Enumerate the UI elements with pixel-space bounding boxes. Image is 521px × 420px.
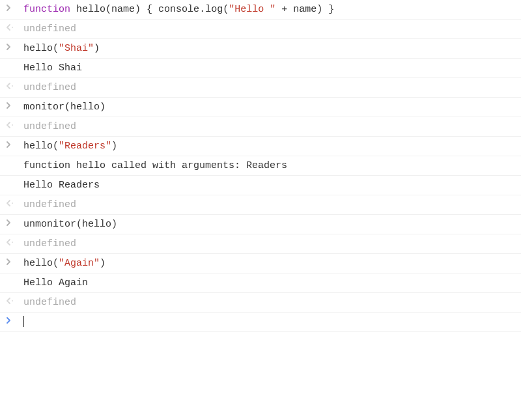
console-row: Hello Readers bbox=[0, 176, 521, 195]
console-row bbox=[0, 313, 521, 332]
console-row: Hello Again bbox=[0, 273, 521, 293]
log-marker bbox=[4, 160, 20, 160]
console-log-output: Hello Readers bbox=[20, 179, 516, 191]
console-row: hello("Shai") bbox=[0, 39, 521, 59]
console-return-value: undefined bbox=[20, 296, 516, 309]
svg-point-4 bbox=[12, 242, 13, 243]
input-chevron-icon bbox=[4, 42, 20, 51]
console-input-code[interactable]: hello("Again") bbox=[20, 257, 516, 270]
input-chevron-icon bbox=[4, 257, 20, 266]
console-input-code[interactable]: unmonitor(hello) bbox=[20, 218, 516, 231]
console-row: undefined bbox=[0, 293, 521, 313]
console-return-value: undefined bbox=[20, 238, 516, 250]
svg-point-2 bbox=[12, 124, 13, 126]
console-return-value: undefined bbox=[20, 81, 516, 94]
console-log-output: Hello Again bbox=[20, 277, 516, 289]
input-chevron-icon bbox=[4, 218, 20, 227]
return-chevron-icon bbox=[4, 296, 20, 305]
console-return-value: undefined bbox=[20, 23, 516, 35]
log-marker bbox=[4, 179, 20, 180]
console-row: Hello Shai bbox=[0, 59, 521, 78]
svg-point-0 bbox=[12, 27, 13, 28]
input-chevron-icon bbox=[4, 140, 20, 148]
return-chevron-icon bbox=[4, 81, 20, 90]
return-chevron-icon bbox=[4, 199, 20, 207]
return-chevron-icon bbox=[4, 120, 20, 129]
console-row: undefined bbox=[0, 78, 521, 98]
svg-point-5 bbox=[12, 300, 13, 301]
console-input-code[interactable]: monitor(hello) bbox=[20, 101, 516, 113]
console-prompt-input[interactable] bbox=[20, 316, 516, 328]
console-row: undefined bbox=[0, 20, 521, 39]
console-row: hello("Readers") bbox=[0, 137, 521, 156]
return-chevron-icon bbox=[4, 23, 20, 31]
console-row: undefined bbox=[0, 195, 521, 215]
console-return-value: undefined bbox=[20, 199, 516, 211]
console-input-code[interactable]: hello("Readers") bbox=[20, 140, 516, 152]
console-row: undefined bbox=[0, 234, 521, 254]
console-row: monitor(hello) bbox=[0, 98, 521, 117]
log-marker bbox=[4, 62, 20, 63]
svg-point-3 bbox=[12, 203, 13, 204]
console-log-output: function hello called with arguments: Re… bbox=[20, 160, 516, 172]
console-row: undefined bbox=[0, 117, 521, 137]
console-row: function hello(name) { console.log("Hell… bbox=[0, 0, 521, 20]
console-row: unmonitor(hello) bbox=[0, 215, 521, 234]
console-input-code[interactable]: hello("Shai") bbox=[20, 42, 516, 55]
console-row: hello("Again") bbox=[0, 254, 521, 273]
console-log-output: Hello Shai bbox=[20, 62, 516, 74]
prompt-chevron-icon bbox=[4, 316, 20, 324]
input-chevron-icon bbox=[4, 101, 20, 109]
log-marker bbox=[4, 277, 20, 277]
text-cursor bbox=[23, 316, 24, 327]
console-log-panel: function hello(name) { console.log("Hell… bbox=[0, 0, 521, 332]
svg-point-1 bbox=[12, 85, 13, 87]
return-chevron-icon bbox=[4, 238, 20, 246]
input-chevron-icon bbox=[4, 3, 20, 12]
console-return-value: undefined bbox=[20, 120, 516, 133]
console-row: function hello called with arguments: Re… bbox=[0, 156, 521, 176]
console-input-code[interactable]: function hello(name) { console.log("Hell… bbox=[20, 3, 516, 16]
